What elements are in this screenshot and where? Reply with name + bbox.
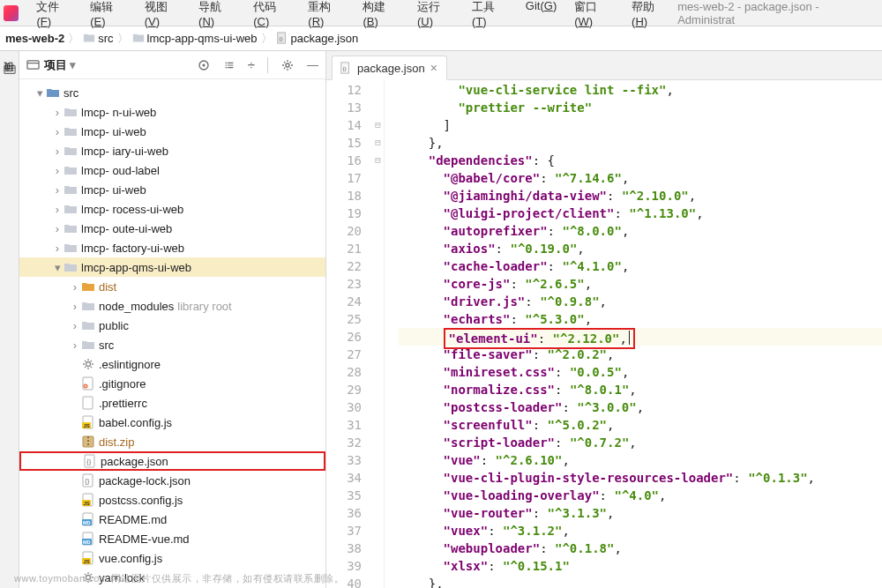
menu-b[interactable]: 构建(B) <box>354 0 407 32</box>
tree-arrow-icon[interactable]: › <box>53 183 62 197</box>
tree-node[interactable]: ▾lmcp-app-qms-ui-web <box>19 257 325 277</box>
code-line[interactable]: "prettier --write" <box>399 99 882 116</box>
code-line[interactable]: "@jiaminghi/data-view": "^2.10.0", <box>399 187 882 205</box>
tree-arrow-icon[interactable]: › <box>53 222 62 235</box>
tree-node[interactable]: ›lmcp- rocess-ui-web <box>19 199 325 219</box>
code-line[interactable]: "vue-loading-overlay": "^4.0", <box>399 487 882 504</box>
breadcrumb-item[interactable]: lmcp-app-qms-ui-web <box>132 32 258 45</box>
tree-arrow-icon[interactable]: › <box>53 125 62 138</box>
code-line[interactable]: }, <box>399 134 882 152</box>
tree-arrow-icon[interactable]: › <box>53 145 62 158</box>
code-line[interactable]: "@luigi-project/client": "^1.13.0", <box>399 205 882 222</box>
code-line[interactable]: "normalize.css": "^8.0.1", <box>399 381 882 398</box>
expand-icon[interactable] <box>223 59 235 71</box>
tree-node[interactable]: JSvue.config.js <box>19 548 325 568</box>
code-line[interactable]: "dependencies": { <box>399 152 882 169</box>
breadcrumb-root[interactable]: mes-web-2 <box>5 32 64 45</box>
tree-arrow-icon[interactable]: › <box>71 319 79 332</box>
tree-arrow-icon[interactable]: › <box>53 203 62 216</box>
tree-node[interactable]: .prettierrc <box>19 393 325 413</box>
code-line[interactable]: "vue-cli-service lint --fix", <box>399 81 882 99</box>
code-line[interactable]: "autoprefixer": "^8.0.0", <box>399 222 882 240</box>
tree-node[interactable]: ›src <box>19 335 325 354</box>
code-content[interactable]: "vue-cli-service lint --fix", "prettier … <box>385 80 882 588</box>
code-line[interactable]: }, <box>399 575 882 588</box>
project-tree[interactable]: ▾src›lmcp- n-ui-web›lmcp- ui-web›lmcp- i… <box>19 79 325 588</box>
tree-node[interactable]: ›lmcp- oute-ui-web <box>19 219 325 238</box>
collapse-icon[interactable]: ÷ <box>248 57 255 72</box>
tree-arrow-icon[interactable]: › <box>53 164 62 177</box>
gear-icon[interactable] <box>280 58 295 72</box>
breadcrumb-file[interactable]: {}package.json <box>276 32 359 45</box>
tree-node[interactable]: ›lmcp- ui-web <box>19 122 325 141</box>
code-line[interactable]: "webuploader": "^0.1.8", <box>399 540 882 557</box>
tree-node[interactable]: MDREADME-vue.md <box>19 529 325 548</box>
tree-node[interactable]: {}package.json <box>19 451 325 471</box>
menu-u[interactable]: 运行(U) <box>408 0 463 32</box>
tree-arrow-icon[interactable]: › <box>53 106 62 119</box>
close-icon[interactable]: × <box>430 62 437 74</box>
code-editor[interactable]: 1213141516171819202122232425262728293031… <box>326 80 882 588</box>
code-line[interactable]: "echarts": "^5.3.0", <box>399 310 882 328</box>
tree-node[interactable]: MDREADME.md <box>19 510 325 529</box>
tree-node[interactable]: {}package-lock.json <box>19 471 325 490</box>
tree-node[interactable]: ›node_moduleslibrary root <box>19 296 325 316</box>
menu-f[interactable]: 文件(F) <box>27 0 81 32</box>
target-icon[interactable] <box>197 58 211 72</box>
code-line[interactable]: "core-js": "^2.6.5", <box>399 275 882 293</box>
tree-node[interactable]: ›dist <box>19 277 325 296</box>
code-line[interactable]: "@babel/core": "^7.14.6", <box>399 169 882 187</box>
tree-arrow-icon[interactable]: › <box>53 242 62 255</box>
tool-window-strip[interactable]: 项目 <box>0 51 19 588</box>
chevron-down-icon[interactable]: ▾ <box>70 58 76 71</box>
tree-node[interactable]: ›public <box>19 316 325 335</box>
menu-n[interactable]: 导航(N) <box>190 0 244 32</box>
menu-h[interactable]: 帮助(H) <box>623 0 677 32</box>
breadcrumb-item[interactable]: src <box>83 32 113 45</box>
tree-node[interactable]: ›lmcp- factory-ui-web <box>19 238 325 257</box>
menu-e[interactable]: 编辑(E) <box>81 0 135 32</box>
tree-node[interactable]: JSpostcss.config.js <box>19 490 325 510</box>
tree-arrow-icon[interactable]: ▾ <box>53 261 62 274</box>
tree-node[interactable]: ›lmcp- n-ui-web <box>19 102 325 122</box>
tree-node[interactable]: ▾src <box>19 83 325 102</box>
menu-r[interactable]: 重构(R) <box>299 0 354 32</box>
tree-node[interactable]: .gitignore <box>19 374 325 393</box>
tree-arrow-icon[interactable]: ▾ <box>35 86 44 100</box>
code-line[interactable]: "file-saver": "^2.0.2", <box>399 346 882 363</box>
code-line[interactable]: "vue-router": "^3.1.3", <box>399 504 882 522</box>
tree-node[interactable]: ›lmcp- oud-label <box>19 160 325 180</box>
code-line[interactable]: "vuex": "^3.1.2", <box>399 522 882 540</box>
editor-tab-package-json[interactable]: {} package.json × <box>332 56 447 80</box>
code-line[interactable]: "postcss-loader": "^3.0.0", <box>399 398 882 416</box>
code-line[interactable]: "driver.js": "^0.9.8", <box>399 293 882 310</box>
tree-node[interactable]: JSbabel.config.js <box>19 413 325 432</box>
fold-gutter[interactable]: ⊟⊟⊟ <box>372 80 385 588</box>
tree-node[interactable]: .eslintignore <box>19 354 325 374</box>
code-line[interactable]: "xlsx": "^0.15.1" <box>399 557 882 575</box>
tree-arrow-icon[interactable]: › <box>71 300 79 313</box>
md-icon: MD <box>81 532 95 546</box>
code-line[interactable]: "vue-cli-plugin-style-resources-loader":… <box>399 469 882 487</box>
code-line[interactable]: "vue": "^2.6.10", <box>399 451 882 469</box>
code-line[interactable]: "element-ui": "^2.12.0", <box>399 328 882 346</box>
tree-node[interactable]: ›lmcp- ui-web <box>19 180 325 199</box>
menu-w[interactable]: 窗口(W) <box>565 0 623 32</box>
menu-c[interactable]: 代码(C) <box>244 0 299 32</box>
menu-g[interactable]: Git(G) <box>517 0 565 32</box>
tree-arrow-icon[interactable]: › <box>71 280 79 294</box>
folder-gray-icon <box>81 338 95 352</box>
code-line[interactable]: ] <box>399 116 882 134</box>
code-line[interactable]: "screenfull": "^5.0.2", <box>399 416 882 434</box>
menu-t[interactable]: 工具(T) <box>463 0 517 32</box>
minimize-icon[interactable]: — <box>307 58 318 71</box>
code-line[interactable]: "axios": "^0.19.0", <box>399 240 882 257</box>
window-title: mes-web-2 - package.json - Administrat <box>677 0 878 26</box>
code-line[interactable]: "script-loader": "^0.7.2", <box>399 434 882 451</box>
code-line[interactable]: "minireset.css": "0.0.5", <box>399 363 882 381</box>
code-line[interactable]: "cache-loader": "^4.1.0", <box>399 257 882 275</box>
tree-arrow-icon[interactable]: › <box>71 339 79 352</box>
tree-node[interactable]: ›lmcp- iary-ui-web <box>19 141 325 160</box>
tree-node[interactable]: dist.zip <box>19 432 325 451</box>
menu-v[interactable]: 视图(V) <box>136 0 190 32</box>
